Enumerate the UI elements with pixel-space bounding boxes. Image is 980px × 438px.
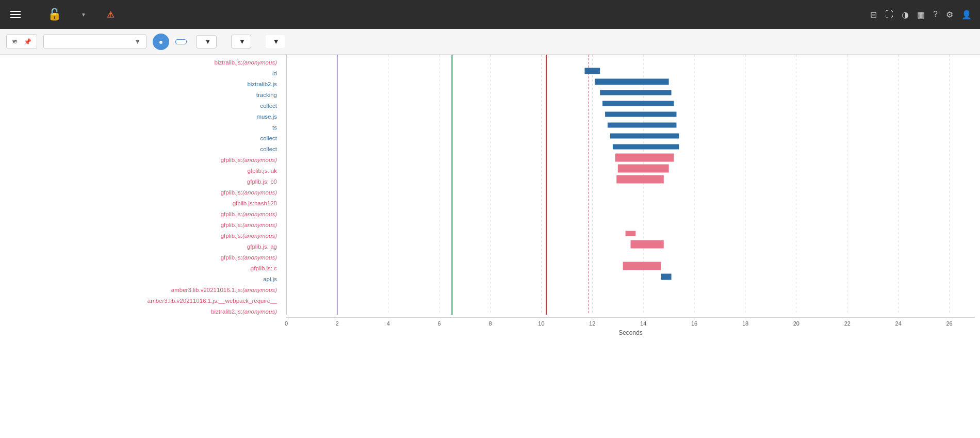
chart-container: biztralib.js: (anonymous)idbiztralib2.js…	[0, 55, 980, 438]
svg-rect-27	[618, 165, 669, 173]
settings-icon[interactable]: ⚙	[946, 10, 953, 20]
label-row: biztralib2.js	[0, 78, 281, 89]
label-row: collect	[0, 143, 281, 154]
expand-icon[interactable]: ⛶	[885, 10, 893, 19]
label-row: collect	[0, 133, 281, 143]
svg-rect-18	[585, 68, 600, 74]
contrast-icon[interactable]: ◑	[902, 10, 909, 20]
svg-text:20: 20	[793, 320, 799, 327]
dropdown-chevron: ▼	[134, 38, 141, 45]
svg-rect-26	[615, 154, 674, 162]
label-row: ts	[0, 122, 281, 133]
svg-rect-32	[661, 274, 672, 280]
bucket-size-group: ▼	[228, 35, 251, 48]
breadcrumb: ⚠	[103, 10, 864, 20]
label-row: gfplib.js: hash128	[0, 198, 281, 208]
label-row: gfplib.js: (anonymous)	[0, 208, 281, 219]
label-row: biztralib2.js: (anonymous)	[0, 306, 281, 317]
label-row: gfplib.js: (anonymous)	[0, 252, 281, 263]
filter-icon[interactable]: ⊟	[870, 10, 877, 20]
label-row: collect	[0, 100, 281, 111]
label-row: gfplib.js: b0	[0, 176, 281, 187]
label-row: gfplib.js: (anonymous)	[0, 187, 281, 198]
time-period-chevron: ▼	[205, 38, 211, 45]
label-row: api.js	[0, 273, 281, 284]
time-period-button[interactable]: ▼	[196, 35, 217, 48]
svg-text:0: 0	[285, 320, 288, 327]
svg-text:12: 12	[589, 320, 595, 327]
user-icon[interactable]: 👤	[961, 10, 972, 20]
svg-text:24: 24	[895, 320, 902, 327]
svg-rect-22	[605, 112, 676, 117]
app-selector-chevron: ▼	[81, 12, 86, 18]
svg-text:2: 2	[336, 320, 339, 327]
topbar-actions: ⊟ ⛶ ◑ ▦ ? ⚙ 👤	[870, 10, 972, 20]
toolbar: ≋ 📌 ▼ ● ▼ ▼ ▼	[0, 29, 980, 55]
svg-text:Seconds: Seconds	[618, 329, 643, 336]
label-row: biztralib.js: (anonymous)	[0, 57, 281, 68]
svg-rect-24	[610, 134, 679, 139]
label-row: id	[0, 68, 281, 78]
circle-btn-icon: ●	[159, 38, 163, 46]
svg-text:18: 18	[742, 320, 748, 327]
label-row: gfplib.js: (anonymous)	[0, 154, 281, 165]
svg-rect-21	[602, 101, 674, 106]
svg-rect-29	[626, 231, 636, 236]
stat-method-button[interactable]: ▼	[266, 35, 285, 48]
label-row: gfplib.js: (anonymous)	[0, 219, 281, 230]
waterfall-chart: 02468101214161820222426Seconds	[281, 55, 980, 340]
waterfall-icon: ≋	[12, 38, 18, 45]
columns-icon[interactable]: ▦	[917, 10, 925, 20]
aggregate-waterfall-button[interactable]: ≋ 📌	[6, 34, 37, 49]
svg-rect-28	[616, 175, 663, 184]
svg-rect-30	[631, 240, 664, 249]
svg-rect-31	[623, 262, 661, 270]
event-markers-toggle[interactable]: ●	[153, 34, 169, 50]
bucket-size-button[interactable]: ▼	[231, 35, 251, 48]
stat-method-chevron: ▼	[273, 38, 280, 45]
label-row: gfplib.js: ak	[0, 165, 281, 176]
label-row: amber3.lib.v20211016.1.js: __webpack_req…	[0, 295, 281, 306]
alert-icon: ⚠	[107, 10, 114, 20]
labels-panel: biztralib.js: (anonymous)idbiztralib2.js…	[0, 55, 281, 438]
svg-text:10: 10	[538, 320, 544, 327]
svg-rect-25	[613, 144, 679, 150]
svg-text:4: 4	[387, 320, 390, 327]
stat-method-group: ▼	[263, 35, 285, 48]
help-icon[interactable]: ?	[933, 10, 938, 19]
alert-badge: ⚠	[107, 10, 116, 20]
synthetic-label	[175, 39, 187, 44]
label-row: tracking	[0, 89, 281, 100]
chart-panel: 02468101214161820222426Seconds	[281, 55, 980, 438]
time-period-group: ▼	[193, 35, 217, 48]
svg-text:22: 22	[844, 320, 851, 327]
svg-text:16: 16	[691, 320, 697, 327]
topbar: 🔓 ▼ ⚠ ⊟ ⛶ ◑ ▦ ? ⚙ 👤	[0, 0, 980, 29]
svg-rect-19	[595, 79, 668, 85]
svg-rect-20	[600, 90, 671, 95]
waterfall-pin-icon: 📌	[24, 38, 31, 45]
label-row: gfplib.js: c	[0, 263, 281, 273]
label-row: amber3.lib.v20211016.1.js: (anonymous)	[0, 284, 281, 295]
lock-icon: 🔓	[47, 8, 61, 21]
bucket-chevron: ▼	[239, 38, 246, 45]
label-row: gfplib.js: ag	[0, 241, 281, 252]
svg-text:26: 26	[946, 320, 952, 327]
label-row: muse.js	[0, 111, 281, 122]
global-event-markers-dropdown[interactable]: ▼	[43, 34, 146, 49]
svg-text:14: 14	[640, 320, 646, 327]
menu-button[interactable]	[8, 9, 23, 20]
svg-rect-23	[608, 123, 677, 128]
label-row: gfplib.js: (anonymous)	[0, 230, 281, 241]
svg-text:8: 8	[488, 320, 492, 327]
svg-text:6: 6	[438, 320, 441, 327]
app-selector[interactable]: ▼	[78, 12, 86, 18]
